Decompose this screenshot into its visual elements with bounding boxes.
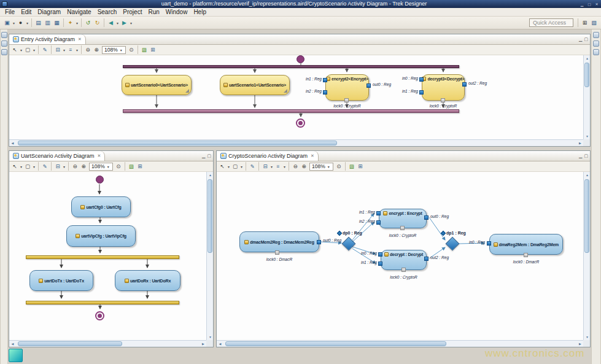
arrange-button[interactable]: ⊟ <box>53 162 62 171</box>
encrypt-out0-pin[interactable] <box>424 215 428 220</box>
zoom-in-button[interactable]: ⊕ <box>92 45 101 54</box>
menu-item-project[interactable]: Project <box>120 8 145 17</box>
grid-button[interactable]: ⊞ <box>149 45 157 54</box>
dmareg2mem-in0-pin[interactable] <box>487 241 491 246</box>
minimize-pane-icon[interactable]: ▁ <box>202 153 205 158</box>
fast-view-tile[interactable] <box>9 349 23 362</box>
menu-item-help[interactable]: Help <box>190 8 209 17</box>
minimize-button[interactable]: ▁ <box>579 1 585 7</box>
tab-close-icon[interactable]: ✕ <box>98 153 101 158</box>
marquee-tool-button[interactable]: ▢ <box>23 45 32 54</box>
perspective-button[interactable]: ⊞ <box>580 18 589 28</box>
arrange-button[interactable]: ⊟ <box>261 162 269 171</box>
scroll-left-button[interactable]: ◀ <box>9 140 16 146</box>
final-node[interactable] <box>296 118 305 128</box>
zoom-out-button[interactable]: ⊖ <box>83 45 92 54</box>
dropdown-icon[interactable]: ▾ <box>19 48 23 52</box>
encrypt2-lock0-pin[interactable] <box>344 98 349 103</box>
select-tool-button[interactable]: ↖ <box>10 162 19 171</box>
save-button[interactable]: ▤ <box>34 18 43 28</box>
undo-button[interactable]: ↺ <box>83 18 93 28</box>
entry-diagram-canvas[interactable]: uartScenario0<UartScenario> uartScenario… <box>9 55 583 139</box>
print-button[interactable]: ▦ <box>52 18 61 28</box>
quick-access-input[interactable]: Quick Access <box>529 18 573 27</box>
scroll-down-button[interactable]: ▼ <box>584 133 591 139</box>
scroll-thumb[interactable] <box>18 341 122 346</box>
dropdown-icon[interactable]: ▾ <box>75 48 79 52</box>
external-tools-button[interactable]: ✦ <box>66 18 75 28</box>
magnifier-button[interactable]: ⊙ <box>114 162 123 171</box>
close-button[interactable]: ✕ <box>594 1 600 7</box>
align-button[interactable]: ≡ <box>274 162 282 171</box>
fast-view-icon[interactable] <box>593 49 599 55</box>
scroll-right-button[interactable]: ▶ <box>200 341 206 347</box>
zoom-in-button[interactable]: ⊕ <box>79 162 88 171</box>
dropdown-icon[interactable]: ▾ <box>75 21 79 25</box>
dropdown-icon[interactable]: ▾ <box>269 165 274 169</box>
fast-view-icon[interactable] <box>593 41 599 47</box>
forward-button[interactable]: ▶ <box>120 18 129 28</box>
decrypt3-lock0-pin[interactable] <box>441 98 445 103</box>
fast-view-icon[interactable] <box>593 32 599 38</box>
dropdown-icon[interactable]: ▾ <box>239 165 244 169</box>
dropdown-icon[interactable]: ▾ <box>32 165 36 169</box>
scroll-left-button[interactable]: ◀ <box>217 341 223 347</box>
encrypt-in1-pin[interactable] <box>376 211 381 215</box>
menu-item-edit[interactable]: Edit <box>18 8 34 17</box>
decision-node-dp0[interactable] <box>342 237 356 251</box>
export-image-button[interactable]: ▨ <box>140 45 149 54</box>
fast-view-icon[interactable] <box>1 32 7 38</box>
horizontal-scrollbar[interactable]: ◀ ▶ <box>217 340 583 347</box>
fast-view-icon[interactable] <box>1 49 7 55</box>
node-decrypt3[interactable]: decrypt3<Decrypt> <box>422 74 465 101</box>
final-node[interactable] <box>95 311 104 320</box>
node-uartdorx[interactable]: uartDoRx : UartDoRx <box>115 270 180 291</box>
export-image-button[interactable]: ▨ <box>347 162 356 171</box>
uartscenario-diagram-canvas[interactable]: uartCfg0 : UartCfg uartVipCfg : UartVipC… <box>9 172 206 340</box>
node-uartcfg0[interactable]: uartCfg0 : UartCfg <box>71 196 131 217</box>
initial-node[interactable] <box>297 55 304 63</box>
zoom-level-select[interactable]: 108%▾ <box>89 163 113 171</box>
grid-button[interactable]: ⊞ <box>356 162 365 171</box>
scroll-up-button[interactable]: ▲ <box>207 172 214 178</box>
magnifier-button[interactable]: ⊙ <box>127 45 136 54</box>
decision-node-dp1[interactable] <box>446 237 460 251</box>
dropdown-icon[interactable]: ▾ <box>62 165 66 169</box>
scroll-thumb[interactable] <box>584 179 589 253</box>
save-all-button[interactable]: ▥ <box>43 18 52 28</box>
decrypt-out2-pin[interactable] <box>424 257 428 261</box>
vertical-scrollbar[interactable]: ▲ ▼ <box>583 172 590 340</box>
scroll-right-button[interactable]: ▶ <box>577 341 583 347</box>
decrypt-in1-pin[interactable] <box>378 261 382 266</box>
scroll-thumb[interactable] <box>225 341 446 346</box>
encrypt2-in2-pin[interactable] <box>323 90 327 95</box>
scroll-down-button[interactable]: ▼ <box>207 334 214 340</box>
scroll-down-button[interactable]: ▼ <box>584 334 591 340</box>
maximize-pane-icon[interactable]: ▢ <box>584 37 588 42</box>
format-button[interactable]: ✎ <box>248 162 257 171</box>
marquee-tool-button[interactable]: ▢ <box>23 162 32 171</box>
dropdown-icon[interactable]: ▾ <box>227 165 231 169</box>
dmacmem2reg-lock0-pin[interactable] <box>275 250 279 255</box>
scroll-up-button[interactable]: ▲ <box>584 55 591 61</box>
open-perspective-button[interactable]: ▧ <box>589 18 599 28</box>
arrange-button[interactable]: ⊟ <box>53 45 62 54</box>
dropdown-icon[interactable]: ▾ <box>282 165 287 169</box>
decrypt-in0-pin[interactable] <box>378 252 382 257</box>
dropdown-icon[interactable]: ▾ <box>32 48 36 52</box>
encrypt2-in1-pin[interactable] <box>323 78 327 82</box>
join-bar[interactable] <box>123 109 459 113</box>
scroll-left-button[interactable]: ◀ <box>9 341 16 347</box>
dropdown-icon[interactable]: ▾ <box>19 165 23 169</box>
node-encrypt2[interactable]: encrypt2<Encrypt> <box>325 74 369 101</box>
select-tool-button[interactable]: ↖ <box>218 162 227 171</box>
scroll-up-button[interactable]: ▲ <box>584 172 591 178</box>
decrypt-lock0-pin[interactable] <box>401 268 406 272</box>
tab-close-icon[interactable]: ✕ <box>78 37 82 42</box>
menu-item-run[interactable]: Run <box>145 8 162 17</box>
run-button[interactable]: ● <box>16 18 25 28</box>
menu-item-diagram[interactable]: Diagram <box>34 8 64 17</box>
menu-item-file[interactable]: File <box>2 8 18 17</box>
menu-item-navigate[interactable]: Navigate <box>64 8 94 17</box>
decrypt3-in0-pin[interactable] <box>419 77 424 82</box>
